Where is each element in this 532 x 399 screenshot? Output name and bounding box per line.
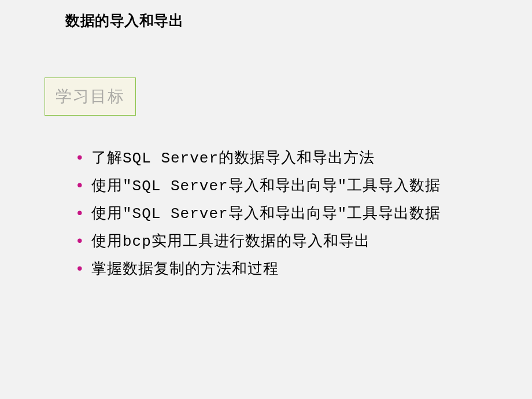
list-item: 掌握数据复制的方法和过程 — [71, 256, 532, 283]
list-item: 使用"SQL Server导入和导出向导"工具导出数据 — [71, 200, 532, 228]
section-label: 学习目标 — [56, 87, 125, 105]
list-item: 了解SQL Server的数据导入和导出方法 — [71, 145, 532, 172]
bullet-list: 了解SQL Server的数据导入和导出方法 使用"SQL Server导入和导… — [71, 145, 532, 283]
list-item: 使用bcp实用工具进行数据的导入和导出 — [71, 228, 532, 256]
list-item: 使用"SQL Server导入和导出向导"工具导入数据 — [71, 172, 532, 200]
page-title: 数据的导入和导出 — [0, 0, 532, 30]
section-label-box: 学习目标 — [45, 77, 136, 116]
